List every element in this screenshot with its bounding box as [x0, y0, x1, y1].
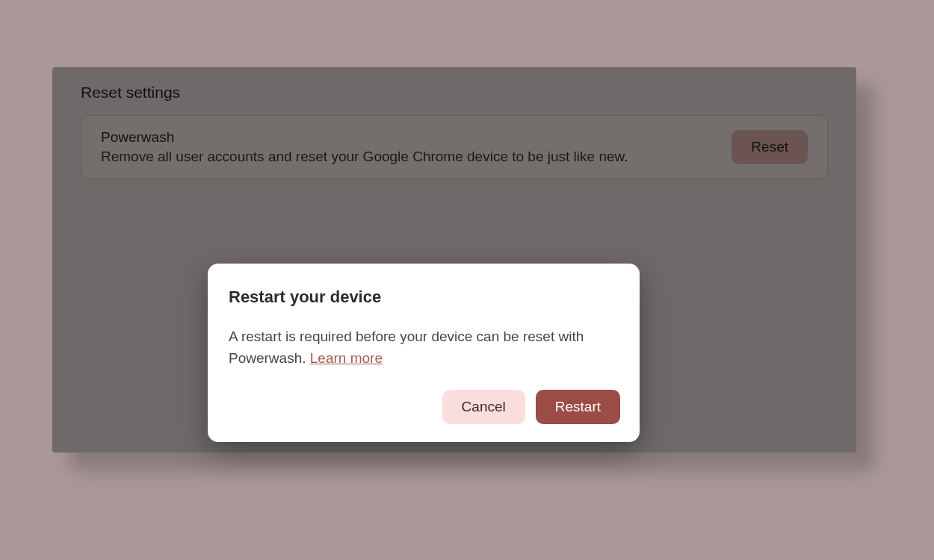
learn-more-link[interactable]: Learn more: [310, 350, 383, 366]
dialog-actions: Cancel Restart: [229, 390, 620, 424]
restart-button[interactable]: Restart: [536, 390, 620, 424]
cancel-button[interactable]: Cancel: [442, 390, 525, 424]
dialog-title: Restart your device: [229, 287, 620, 307]
dialog-body: A restart is required before your device…: [229, 326, 620, 369]
dialog-body-text: A restart is required before your device…: [229, 329, 584, 366]
restart-dialog: Restart your device A restart is require…: [208, 264, 640, 442]
